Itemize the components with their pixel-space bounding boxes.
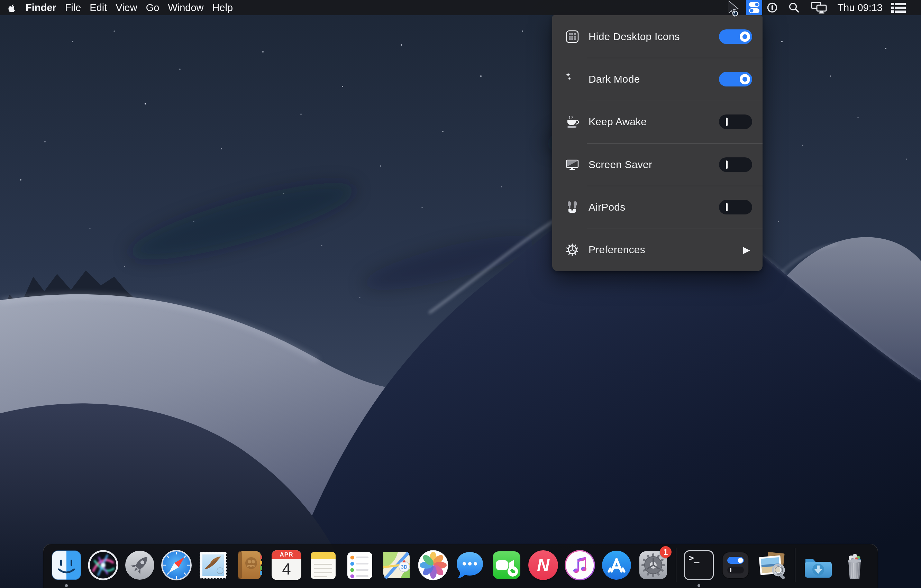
menu-bar-status-items: Thu 09:13 [746,0,921,15]
moon-icon [565,71,580,87]
dock-icon-finder[interactable] [49,548,84,583]
panel-label: Screen Saver [589,159,652,171]
menu-item-finder[interactable]: Finder [26,0,56,15]
menu-bar-clock[interactable]: Thu 09:13 [837,0,883,15]
dock-icon-mail[interactable] [196,548,230,583]
spotlight-menubar-button[interactable] [789,0,799,15]
panel-row-keep-awake[interactable]: Keep Awake [552,101,763,143]
coffee-icon [565,114,580,129]
dock-icon-facetime[interactable] [489,548,524,583]
task-list-menubar-button[interactable] [891,0,906,15]
dock-icon-terminal[interactable]: >_ [682,548,716,583]
toggle-keep-awake[interactable] [719,114,752,129]
menu-item-file[interactable]: File [65,0,81,15]
panel-label: Keep Awake [589,116,647,128]
panel-label: Dark Mode [589,73,640,85]
panel-row-preferences[interactable]: Preferences ▶ [552,229,763,271]
notification-badge: 1 [660,546,672,558]
menu-item-window[interactable]: Window [168,0,203,15]
desktop-grid-icon [565,29,580,44]
panel-row-screen-saver[interactable]: Screen Saver [552,143,763,186]
calendar-month: APR [272,550,301,559]
dock-icon-reminders[interactable] [343,548,377,583]
dock-icon-system-preferences[interactable]: 1 [636,548,670,583]
menu-bar: Finder File Edit View Go Window Help [0,0,921,15]
panel-row-dark-mode[interactable]: Dark Mode [552,58,763,100]
one-switch-icon [749,2,760,13]
dock-icon-news[interactable]: N [526,548,560,583]
dock-icon-trash[interactable] [837,548,872,583]
toggle-hide-desktop-icons[interactable] [719,29,752,44]
dock-icon-safari[interactable] [159,548,194,583]
apple-menu[interactable] [8,2,18,13]
displays-menubar-button[interactable] [811,0,827,15]
dock-icon-calendar[interactable]: APR 4 [269,548,304,583]
calendar-icon: APR 4 [272,550,301,580]
maps-3d-glyph: 3D [401,564,407,570]
menu-item-view[interactable]: View [116,0,137,15]
list-icon [891,2,906,13]
dock-icon-notes[interactable] [306,548,340,583]
panel-row-airpods[interactable]: AirPods [552,186,763,228]
one-switch-panel: Hide Desktop Icons Dark Mode Keep Awake [552,15,763,271]
submenu-arrow-icon: ▶ [743,245,750,254]
dock-divider [795,548,796,582]
dock-icon-messages[interactable] [452,548,487,583]
dock-icon-maps[interactable]: 3D [379,548,414,583]
menu-item-go[interactable]: Go [146,0,159,15]
news-icon: N [528,550,558,580]
panel-row-hide-desktop-icons[interactable]: Hide Desktop Icons [552,15,763,58]
toggle-screen-saver[interactable] [719,158,752,172]
dock: APR 4 3 [43,544,878,588]
menu-item-edit[interactable]: Edit [89,0,107,15]
dock-divider [676,548,676,582]
display-icon [565,157,580,172]
dock-icon-one-switch[interactable] [718,548,753,583]
panel-label: AirPods [589,201,625,213]
panel-label: Hide Desktop Icons [589,31,680,42]
displays-icon [811,2,827,13]
dock-icon-siri[interactable] [86,548,120,583]
dock-icon-contacts[interactable] [233,548,267,583]
dock-icon-downloads[interactable] [801,548,835,583]
apple-icon [8,3,17,13]
toggle-airpods[interactable] [719,200,752,214]
menu-bar-left: Finder File Edit View Go Window Help [0,0,233,15]
terminal-icon: >_ [684,550,714,580]
search-icon [789,2,799,13]
airpods-icon [565,200,580,215]
dock-icon-launchpad[interactable] [122,548,157,583]
dock-icon-preview[interactable] [755,548,789,583]
dock-icon-app-store[interactable] [599,548,634,583]
menu-item-help[interactable]: Help [212,0,233,15]
one-password-icon [767,2,778,13]
dock-icon-itunes[interactable] [563,548,597,583]
gear-icon [565,242,580,257]
desktop-wallpaper [0,0,921,588]
toggle-dark-mode[interactable] [719,72,752,86]
calendar-day: 4 [272,559,301,579]
one-password-menubar-button[interactable] [767,0,778,15]
dock-icon-photos[interactable] [416,548,451,583]
panel-label: Preferences [589,244,645,256]
one-switch-menubar-button[interactable] [746,0,762,15]
